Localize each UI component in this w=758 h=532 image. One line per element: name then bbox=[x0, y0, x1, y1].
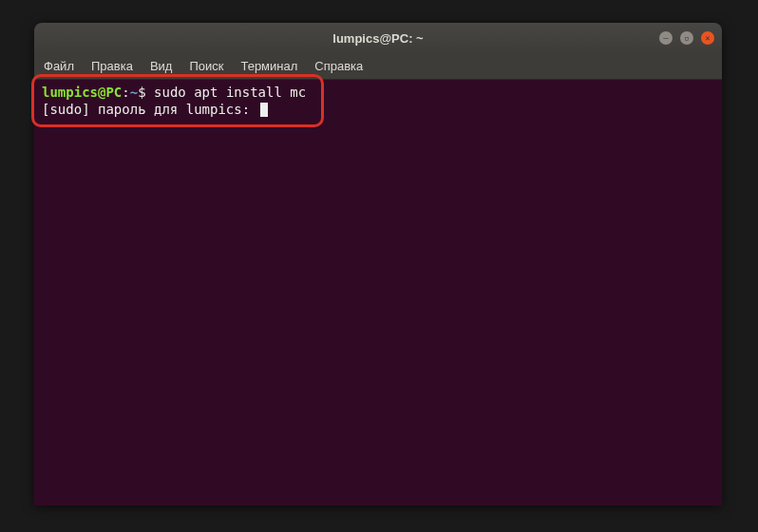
maximize-button[interactable]: ▫ bbox=[680, 31, 693, 45]
terminal-body[interactable]: lumpics@PC:~$ sudo apt install mc [sudo]… bbox=[34, 80, 722, 505]
prompt-path: ~ bbox=[130, 85, 138, 100]
menu-view[interactable]: Вид bbox=[150, 59, 173, 73]
prompt-user-host: lumpics@PC bbox=[42, 85, 122, 100]
minimize-button[interactable]: – bbox=[659, 31, 673, 45]
terminal-window: lumpics@PC: ~ – ▫ ✕ Файл Правка Вид Поис… bbox=[34, 23, 722, 505]
sudo-prompt-text: [sudo] пароль для lumpics: bbox=[42, 102, 258, 117]
cursor bbox=[260, 103, 268, 117]
menu-help[interactable]: Справка bbox=[314, 59, 363, 73]
sudo-prompt-line: [sudo] пароль для lumpics: bbox=[42, 101, 714, 118]
menubar: Файл Правка Вид Поиск Терминал Справка bbox=[34, 53, 722, 80]
window-title: lumpics@PC: ~ bbox=[332, 31, 423, 46]
menu-terminal[interactable]: Терминал bbox=[240, 59, 297, 73]
command-text: sudo apt install mc bbox=[154, 85, 306, 100]
close-button[interactable]: ✕ bbox=[701, 31, 714, 45]
titlebar: lumpics@PC: ~ – ▫ ✕ bbox=[34, 23, 722, 53]
window-controls: – ▫ ✕ bbox=[659, 31, 714, 45]
menu-file[interactable]: Файл bbox=[44, 59, 74, 73]
prompt-dollar: $ bbox=[138, 85, 154, 100]
menu-search[interactable]: Поиск bbox=[189, 59, 223, 73]
prompt-separator: : bbox=[122, 85, 129, 100]
prompt-line: lumpics@PC:~$ sudo apt install mc bbox=[42, 84, 714, 101]
menu-edit[interactable]: Правка bbox=[91, 59, 133, 73]
